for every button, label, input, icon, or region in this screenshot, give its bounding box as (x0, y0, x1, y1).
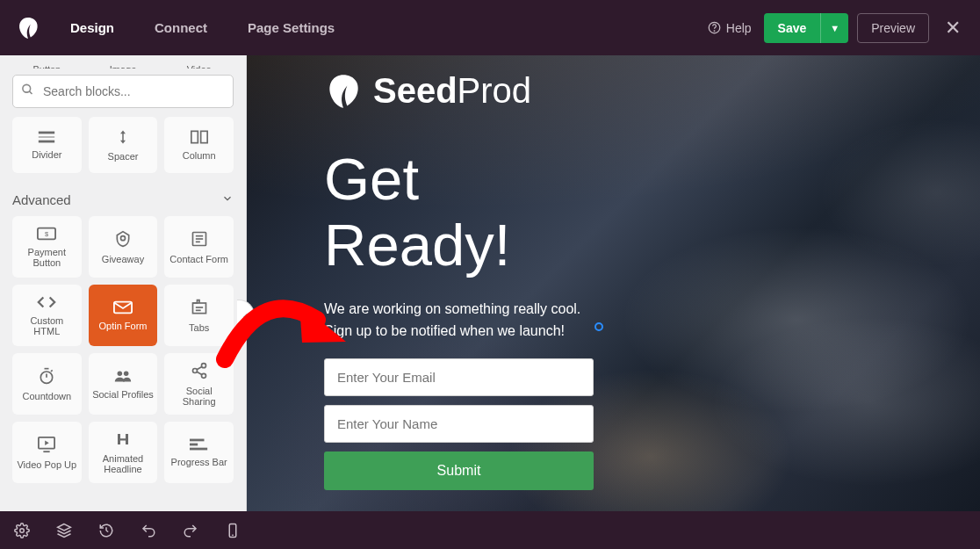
blocks-sidebar: Button Image Video Divider (0, 55, 247, 511)
svg-point-27 (192, 368, 197, 372)
block-social-profiles[interactable]: Social Profiles (89, 353, 158, 415)
brand: SeedProd (324, 71, 594, 111)
block-countdown[interactable]: Countdown (12, 353, 82, 415)
svg-rect-34 (190, 439, 205, 442)
video-popup-icon (37, 436, 56, 456)
svg-point-11 (120, 235, 125, 240)
optin-form-element[interactable]: Submit (324, 358, 594, 490)
block-video-popup[interactable]: Video Pop Up (12, 422, 82, 483)
tab-page-settings[interactable]: Page Settings (248, 20, 335, 35)
history-icon[interactable] (98, 523, 114, 538)
svg-rect-7 (191, 131, 198, 142)
block-contact-form[interactable]: Contact Form (164, 216, 234, 278)
help-link[interactable]: Help (708, 21, 752, 35)
work-area: Button Image Video Divider (0, 55, 980, 511)
redo-icon[interactable] (183, 523, 198, 538)
progress-icon (190, 437, 209, 453)
svg-line-23 (51, 370, 53, 372)
brand-name: SeedProd (373, 71, 531, 111)
svg-line-29 (197, 366, 202, 369)
svg-text:$: $ (45, 229, 48, 237)
section-advanced-label: Advanced (12, 192, 71, 207)
svg-marker-32 (46, 440, 50, 444)
save-group: Save ▼ (764, 13, 849, 43)
svg-rect-4 (39, 132, 54, 134)
block-divider[interactable]: Divider (12, 117, 82, 173)
top-bar: Design Connect Page Settings Help Save ▼… (0, 0, 980, 55)
partial-row: Button Image Video (12, 64, 234, 69)
divider-icon (37, 130, 56, 146)
close-icon[interactable]: ✕ (941, 13, 964, 43)
app-logo-icon (16, 16, 40, 40)
svg-rect-35 (190, 444, 198, 446)
block-progress-bar[interactable]: Progress Bar (164, 422, 234, 483)
block-social-sharing[interactable]: Social Sharing (164, 353, 234, 415)
svg-rect-5 (39, 137, 54, 138)
search-input[interactable] (12, 75, 234, 108)
svg-point-24 (118, 371, 123, 376)
bottom-bar (0, 511, 980, 549)
headline: GetReady! (324, 146, 594, 278)
spacer-icon (115, 129, 131, 148)
save-button[interactable]: Save (764, 13, 821, 43)
svg-line-30 (197, 372, 202, 374)
share-icon (191, 362, 208, 382)
help-label: Help (726, 21, 752, 35)
svg-rect-8 (200, 131, 207, 142)
mobile-view-icon[interactable] (225, 523, 241, 538)
tab-design[interactable]: Design (70, 20, 114, 35)
svg-point-38 (20, 528, 25, 532)
svg-line-41 (106, 531, 108, 532)
block-payment-button[interactable]: $ Payment Button (12, 216, 82, 278)
block-animated-headline[interactable]: Animated Headline (89, 422, 158, 483)
name-field[interactable] (324, 405, 594, 443)
svg-point-20 (41, 372, 53, 383)
search-block (12, 75, 234, 108)
save-dropdown[interactable]: ▼ (820, 13, 848, 43)
column-icon (191, 130, 208, 147)
svg-line-3 (29, 91, 32, 94)
tab-connect[interactable]: Connect (155, 20, 207, 35)
submit-button[interactable]: Submit (324, 451, 594, 490)
svg-point-25 (124, 371, 129, 376)
search-icon (21, 83, 34, 100)
block-spacer[interactable]: Spacer (89, 117, 158, 173)
social-profiles-icon (113, 369, 133, 386)
heading-icon (115, 431, 131, 450)
block-tabs[interactable]: Tabs (164, 285, 234, 346)
preview-button[interactable]: Preview (857, 13, 929, 43)
svg-marker-39 (58, 524, 71, 531)
block-custom-html[interactable]: Custom HTML (12, 285, 82, 346)
block-column[interactable]: Column (164, 117, 234, 173)
giveaway-icon (114, 230, 132, 250)
svg-point-26 (201, 363, 205, 367)
subheadline: We are working on something really cool.… (324, 299, 594, 343)
block-giveaway[interactable]: Giveaway (89, 216, 158, 278)
selection-handle-icon[interactable] (594, 322, 603, 331)
svg-point-2 (23, 84, 31, 92)
svg-rect-6 (39, 141, 54, 143)
top-nav: Design Connect Page Settings (70, 20, 708, 35)
contact-form-icon (191, 230, 208, 250)
section-advanced-header[interactable]: Advanced (12, 192, 234, 207)
svg-point-28 (201, 373, 205, 378)
block-optin-form[interactable]: Optin Form (89, 285, 158, 346)
layers-icon[interactable] (56, 523, 72, 538)
page-canvas[interactable]: SeedProd GetReady! We are working on som… (247, 55, 980, 511)
tabs-icon (191, 299, 208, 319)
stopwatch-icon (38, 367, 55, 387)
payment-icon: $ (37, 227, 56, 243)
code-icon (37, 295, 56, 312)
undo-icon[interactable] (141, 523, 156, 538)
svg-rect-36 (190, 448, 207, 451)
brand-logo-icon (324, 72, 363, 111)
email-field[interactable] (324, 358, 594, 396)
global-settings-icon[interactable] (14, 523, 30, 538)
mail-icon (113, 300, 133, 317)
chevron-down-icon (221, 192, 234, 207)
svg-point-1 (714, 31, 715, 32)
